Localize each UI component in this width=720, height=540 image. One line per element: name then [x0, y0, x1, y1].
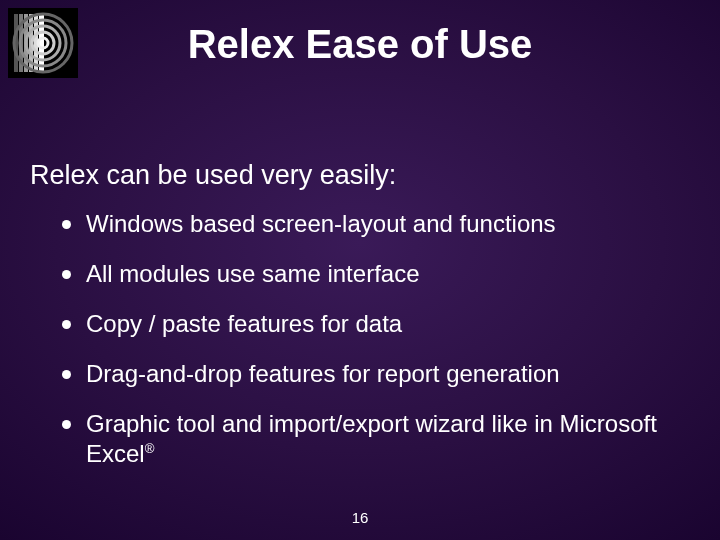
registered-mark: ® — [145, 441, 155, 456]
list-item: Copy / paste features for data — [62, 309, 690, 359]
bullet-text: Windows based screen-layout and function… — [86, 210, 556, 237]
bullet-text: Graphic tool and import/export wizard li… — [86, 410, 657, 467]
slide-body: Relex can be used very easily: Windows b… — [30, 160, 690, 489]
slide-title: Relex Ease of Use — [0, 22, 720, 67]
slide: Relex Ease of Use Relex can be used very… — [0, 0, 720, 540]
list-item: Graphic tool and import/export wizard li… — [62, 409, 690, 489]
slide-subhead: Relex can be used very easily: — [30, 160, 690, 191]
list-item: All modules use same interface — [62, 259, 690, 309]
bullet-text: Drag-and-drop features for report genera… — [86, 360, 560, 387]
bullet-text: All modules use same interface — [86, 260, 420, 287]
bullet-list: Windows based screen-layout and function… — [30, 209, 690, 489]
list-item: Windows based screen-layout and function… — [62, 209, 690, 259]
bullet-text: Copy / paste features for data — [86, 310, 402, 337]
page-number: 16 — [0, 509, 720, 526]
list-item: Drag-and-drop features for report genera… — [62, 359, 690, 409]
